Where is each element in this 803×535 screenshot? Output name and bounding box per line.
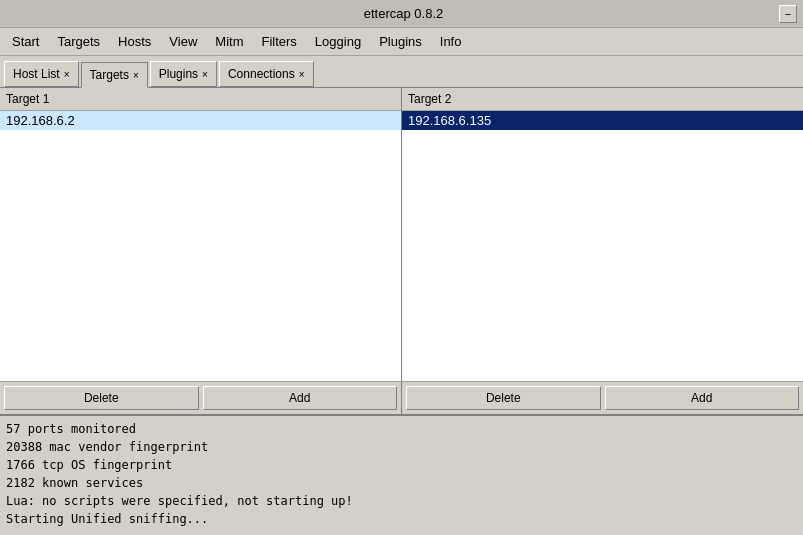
minimize-button[interactable]: − bbox=[779, 5, 797, 23]
tab-label-connections: Connections bbox=[228, 67, 295, 81]
target1-panel: Target 1 192.168.6.2 Delete Add bbox=[0, 88, 402, 414]
tab-close-targets[interactable]: × bbox=[133, 70, 139, 81]
tab-targets[interactable]: Targets× bbox=[81, 62, 148, 88]
menu-item-start[interactable]: Start bbox=[4, 31, 47, 52]
target2-panel: Target 2 192.168.6.135 Delete Add bbox=[402, 88, 803, 414]
target2-header: Target 2 bbox=[402, 88, 803, 111]
tab-plugins[interactable]: Plugins× bbox=[150, 61, 217, 87]
log-line: Lua: no scripts were specified, not star… bbox=[6, 492, 797, 510]
window-title: ettercap 0.8.2 bbox=[28, 6, 779, 21]
tab-label-plugins: Plugins bbox=[159, 67, 198, 81]
tab-close-connections[interactable]: × bbox=[299, 69, 305, 80]
target1-header: Target 1 bbox=[0, 88, 401, 111]
target1-add-button[interactable]: Add bbox=[203, 386, 398, 410]
tab-host-list[interactable]: Host List× bbox=[4, 61, 79, 87]
log-line: Starting Unified sniffing... bbox=[6, 510, 797, 528]
target2-list-item[interactable]: 192.168.6.135 bbox=[402, 111, 803, 130]
tabbar: Host List×Targets×Plugins×Connections× bbox=[0, 56, 803, 88]
target1-delete-button[interactable]: Delete bbox=[4, 386, 199, 410]
menu-item-logging[interactable]: Logging bbox=[307, 31, 369, 52]
window-controls: − bbox=[779, 5, 797, 23]
menu-item-mitm[interactable]: Mitm bbox=[207, 31, 251, 52]
tab-close-host-list[interactable]: × bbox=[64, 69, 70, 80]
target2-add-button[interactable]: Add bbox=[605, 386, 800, 410]
titlebar: ettercap 0.8.2 − bbox=[0, 0, 803, 28]
log-line: 2182 known services bbox=[6, 474, 797, 492]
log-line: 57 ports monitored bbox=[6, 420, 797, 438]
target2-list[interactable]: 192.168.6.135 bbox=[402, 111, 803, 381]
tab-close-plugins[interactable]: × bbox=[202, 69, 208, 80]
target1-buttons: Delete Add bbox=[0, 381, 401, 414]
menu-item-info[interactable]: Info bbox=[432, 31, 470, 52]
targets-area: Target 1 192.168.6.2 Delete Add Target 2… bbox=[0, 88, 803, 415]
log-area: 57 ports monitored20388 mac vendor finge… bbox=[0, 415, 803, 535]
tab-label-targets: Targets bbox=[90, 68, 129, 82]
menu-item-targets[interactable]: Targets bbox=[49, 31, 108, 52]
log-line: 1766 tcp OS fingerprint bbox=[6, 456, 797, 474]
target2-buttons: Delete Add bbox=[402, 381, 803, 414]
main-content: Target 1 192.168.6.2 Delete Add Target 2… bbox=[0, 88, 803, 535]
menu-item-view[interactable]: View bbox=[161, 31, 205, 52]
menubar: StartTargetsHostsViewMitmFiltersLoggingP… bbox=[0, 28, 803, 56]
target1-list[interactable]: 192.168.6.2 bbox=[0, 111, 401, 381]
tab-label-host-list: Host List bbox=[13, 67, 60, 81]
log-line: 20388 mac vendor fingerprint bbox=[6, 438, 797, 456]
target1-list-item[interactable]: 192.168.6.2 bbox=[0, 111, 401, 130]
menu-item-filters[interactable]: Filters bbox=[253, 31, 304, 52]
menu-item-plugins[interactable]: Plugins bbox=[371, 31, 430, 52]
tab-connections[interactable]: Connections× bbox=[219, 61, 314, 87]
menu-item-hosts[interactable]: Hosts bbox=[110, 31, 159, 52]
target2-delete-button[interactable]: Delete bbox=[406, 386, 601, 410]
